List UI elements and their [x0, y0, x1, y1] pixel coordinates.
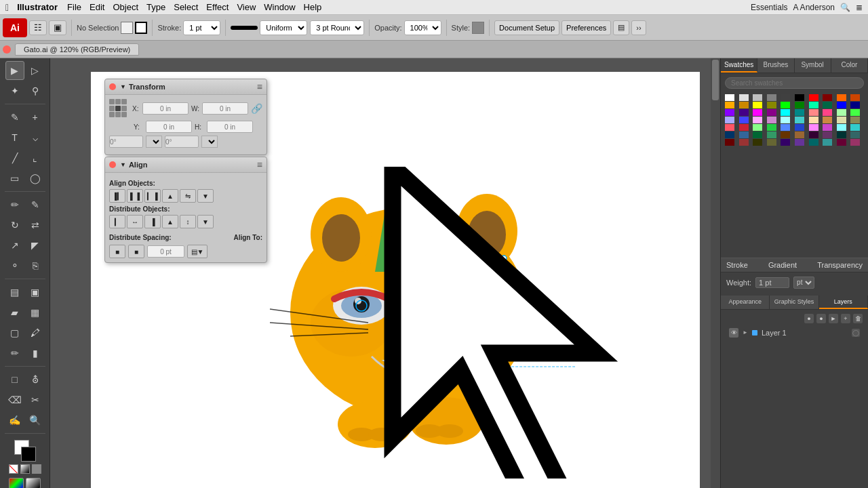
layer-lock-icon[interactable]: ◯	[852, 329, 860, 337]
layer-delete-btn[interactable]: 🗑	[853, 314, 863, 323]
color-swatch-24[interactable]	[781, 109, 790, 116]
scale-tool[interactable]: ↗	[5, 236, 24, 255]
color-swatch-38[interactable]	[837, 117, 846, 123]
color-swatch-48[interactable]	[837, 124, 846, 131]
color-swatch-29[interactable]	[850, 109, 860, 116]
align-panel-menu[interactable]: ≡	[257, 159, 262, 170]
stroke-color-box[interactable]	[135, 22, 147, 34]
document-tab[interactable]: Gato.ai @ 120% (RGB/Preview)	[15, 43, 139, 56]
stroke-round-select[interactable]: 3 pt Round	[310, 20, 364, 35]
tab-symbol[interactable]: Symbol	[795, 58, 831, 73]
free-transform-tool[interactable]: ⎘	[26, 256, 45, 275]
color-swatch-63[interactable]	[767, 139, 776, 146]
transform-panel-header[interactable]: ▼ Transform ≡	[105, 79, 267, 95]
gradient-swatch[interactable]	[20, 464, 30, 474]
arrange-controls[interactable]: ▤	[613, 20, 629, 35]
transform-panel-collapse[interactable]: ▼	[120, 83, 126, 90]
color-swatch-33[interactable]	[767, 117, 776, 123]
transform-panel-close[interactable]	[109, 83, 116, 90]
color-swatch-13[interactable]	[767, 102, 776, 108]
color-swatch-61[interactable]	[739, 139, 749, 146]
vertical-scrollbar-thumb[interactable]	[712, 60, 719, 100]
menu-edit[interactable]: Edit	[90, 2, 104, 12]
opacity-select[interactable]: 100%	[404, 20, 441, 35]
line-tool[interactable]: ╱	[5, 148, 24, 167]
shear-tool[interactable]: ◤	[26, 236, 45, 255]
color-swatch-59[interactable]	[850, 131, 860, 138]
color-swatch-15[interactable]	[795, 102, 804, 108]
color-swatch-1[interactable]	[739, 94, 749, 101]
color-mode-color[interactable]	[9, 478, 24, 488]
color-swatch-67[interactable]	[823, 139, 832, 146]
layer-expand-btn[interactable]: ►	[829, 314, 838, 323]
preferences-btn[interactable]: Preferences	[561, 20, 611, 35]
align-center-v-btn[interactable]: ⇋	[180, 189, 196, 203]
live-paint-tool[interactable]: ▣	[26, 283, 45, 302]
eyedropper-tool[interactable]: 🖍	[26, 323, 45, 342]
apple-menu[interactable]: 	[5, 2, 9, 13]
color-swatch-41[interactable]	[739, 124, 749, 131]
dist-space-v-btn[interactable]: ■	[128, 245, 144, 258]
canvas-area[interactable]: ▼ Transform ≡	[50, 58, 720, 488]
color-swatch-43[interactable]	[767, 124, 776, 131]
menu-extra-icon[interactable]: ≣	[856, 3, 863, 12]
color-swatch-68[interactable]	[837, 139, 846, 146]
graph-tool[interactable]: ✏	[5, 344, 24, 363]
align-panel-collapse[interactable]: ▼	[120, 161, 126, 168]
color-swatch-16[interactable]	[809, 102, 818, 108]
color-swatch-40[interactable]	[725, 124, 734, 131]
stroke-section-header[interactable]: Stroke Gradient Transparency	[721, 258, 868, 272]
eraser-tool[interactable]: ⌫	[5, 390, 24, 409]
color-swatch-23[interactable]	[767, 109, 776, 116]
x-input[interactable]	[142, 102, 189, 115]
dist-bottom-btn[interactable]: ▼	[197, 215, 214, 228]
type-tool[interactable]: T	[5, 128, 24, 147]
stroke-weight-unit-select[interactable]: pt	[793, 277, 814, 289]
shape-builder-tool[interactable]: ▤	[5, 283, 24, 302]
color-swatch-18[interactable]	[837, 102, 846, 108]
color-swatch-10[interactable]	[725, 102, 734, 108]
tab-graphic-styles[interactable]: Graphic Styles	[770, 296, 818, 309]
menu-select[interactable]: Select	[174, 2, 198, 12]
workspace-btn[interactable]: ☷	[29, 20, 47, 35]
tab-brushes[interactable]: Brushes	[757, 58, 794, 73]
color-swatch-8[interactable]	[837, 94, 846, 101]
perspective-grid-tool[interactable]: ▰	[5, 303, 24, 322]
hand-tool[interactable]: ✍	[5, 411, 24, 430]
color-swatch-20[interactable]	[725, 109, 734, 116]
shear-input[interactable]	[165, 136, 199, 148]
color-swatch-5[interactable]	[795, 94, 804, 101]
layer-options-btn[interactable]: ●	[816, 314, 826, 323]
color-swatch-32[interactable]	[753, 117, 762, 123]
essentials-dropdown[interactable]: Essentials	[751, 3, 788, 12]
color-swatch-4[interactable]	[781, 94, 790, 101]
arc-tool[interactable]: ⌞	[26, 148, 45, 167]
align-center-h-btn[interactable]: ▌▐	[127, 189, 143, 203]
layer-1-item[interactable]: 👁 ► Layer 1 ◯	[726, 326, 863, 340]
color-swatch-30[interactable]	[725, 117, 734, 123]
color-swatch-55[interactable]	[795, 131, 804, 138]
add-anchor-tool[interactable]: +	[26, 108, 45, 127]
menu-help[interactable]: Help	[304, 2, 322, 12]
color-swatch-37[interactable]	[823, 117, 832, 123]
color-swatch-9[interactable]	[850, 94, 860, 101]
direct-selection-tool[interactable]: ▷	[26, 61, 45, 80]
color-swatch-11[interactable]	[739, 102, 749, 108]
color-swatch-3[interactable]	[767, 94, 776, 101]
extra-options[interactable]: ››	[631, 20, 646, 35]
fill-color-box[interactable]	[121, 22, 133, 34]
menu-effect[interactable]: Effect	[206, 2, 229, 12]
dist-center-v-btn[interactable]: ↕	[180, 215, 196, 228]
color-swatch-0[interactable]	[725, 94, 734, 101]
vertical-scrollbar[interactable]	[711, 58, 720, 488]
dist-center-h-btn[interactable]: ↔	[127, 215, 143, 228]
menu-window[interactable]: Window	[264, 2, 295, 12]
selection-tool[interactable]: ▶	[5, 61, 24, 80]
color-swatch-14[interactable]	[781, 102, 790, 108]
chain-link-icon[interactable]: 🔗	[251, 103, 262, 114]
layer-triangle-icon[interactable]: ►	[743, 329, 748, 336]
menu-object[interactable]: Object	[113, 2, 138, 12]
color-swatch-2[interactable]	[753, 94, 762, 101]
magic-wand-tool[interactable]: ✦	[5, 81, 24, 100]
color-swatch-36[interactable]	[809, 117, 818, 123]
